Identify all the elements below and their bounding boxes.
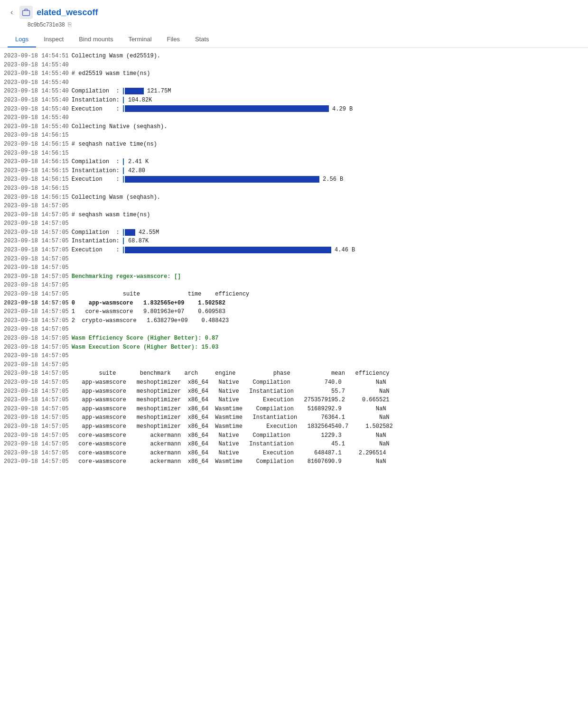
log-line-table-row: 2023-09-18 14:57:05 1 core-wasmscore 9.8… [0, 307, 588, 316]
log-line: 2023-09-18 14:55:40# ed25519 wasm time(n… [0, 69, 588, 78]
log-line-score: 2023-09-18 14:57:05 Wasm Efficiency Scor… [0, 334, 588, 343]
log-line: 2023-09-18 14:57:05 [0, 281, 588, 290]
log-line: 2023-09-18 14:55:40 [0, 78, 588, 87]
log-line-detail-row: 2023-09-18 14:57:05 core-wasmscore acker… [0, 457, 588, 466]
tab-files[interactable]: Files [159, 32, 187, 47]
log-line-detail-row: 2023-09-18 14:57:05 app-wasmscore meshop… [0, 387, 588, 396]
log-line-detail-row: 2023-09-18 14:57:05 core-wasmscore acker… [0, 431, 588, 440]
log-line-table-row: 2023-09-18 14:57:05 0 app-wasmscore 1.83… [0, 299, 588, 308]
tab-terminal[interactable]: Terminal [121, 32, 159, 47]
log-line: 2023-09-18 14:57:05 [0, 351, 588, 361]
log-line: 2023-09-18 14:57:05 [0, 202, 588, 211]
log-line: 2023-09-18 14:56:15 [0, 184, 588, 193]
log-line: 2023-09-18 14:57:05 [0, 263, 588, 272]
copy-icon[interactable]: ⎘ [68, 21, 72, 28]
tab-inspect[interactable]: Inspect [36, 32, 71, 47]
log-line-table-header2: 2023-09-18 14:57:05 suite benchmark arch… [0, 369, 588, 378]
log-line: 2023-09-18 14:57:05 [0, 325, 588, 334]
log-line: 2023-09-18 14:54:51Collecting Wasm (ed25… [0, 52, 588, 61]
tab-stats[interactable]: Stats [187, 32, 217, 47]
log-line-detail-row: 2023-09-18 14:57:05 app-wasmscore meshop… [0, 405, 588, 414]
log-line: 2023-09-18 14:56:15 [0, 131, 588, 140]
container-id-row: 8c9b5c731e38 ⎘ [8, 21, 580, 28]
log-line-benchmark: 2023-09-18 14:57:05 Benchmarking regex-w… [0, 272, 588, 281]
tab-bar: Logs Inspect Bind mounts Terminal Files … [8, 32, 580, 47]
log-line: 2023-09-18 14:57:05 [0, 361, 588, 370]
container-name[interactable]: elated_wescoff [37, 8, 98, 18]
log-line-detail-row: 2023-09-18 14:57:05 core-wasmscore acker… [0, 440, 588, 449]
log-line: 2023-09-18 14:55:40 [0, 61, 588, 70]
log-line: 2023-09-18 14:56:15# seqhash native time… [0, 140, 588, 149]
log-line: 2023-09-18 14:56:15 [0, 149, 588, 158]
log-line-detail-row: 2023-09-18 14:57:05 core-wasmscore acker… [0, 449, 588, 458]
log-line: 2023-09-18 14:55:40 Compilation : 121.75… [0, 87, 588, 96]
svg-rect-0 [23, 10, 30, 16]
page-header: ‹ elated_wescoff 8c9b5c731e38 ⎘ Logs Ins… [0, 0, 588, 48]
log-line-detail-row: 2023-09-18 14:57:05 app-wasmscore meshop… [0, 422, 588, 431]
log-line-detail-row: 2023-09-18 14:57:05 app-wasmscore meshop… [0, 378, 588, 387]
log-line: 2023-09-18 14:55:40 Instantiation: 104.8… [0, 96, 588, 105]
log-area: 2023-09-18 14:54:51Collecting Wasm (ed25… [0, 48, 588, 470]
log-line-table-row: 2023-09-18 14:57:05 2 crypto-wasmscore 1… [0, 316, 588, 325]
tab-bind-mounts[interactable]: Bind mounts [71, 32, 121, 47]
log-line: 2023-09-18 14:57:05 Compilation : 42.55M [0, 228, 588, 237]
log-line: 2023-09-18 14:57:05 [0, 255, 588, 264]
log-line: 2023-09-18 14:56:15 Instantiation: 42.80 [0, 166, 588, 176]
log-line-table-header: 2023-09-18 14:57:05 suite time efficienc… [0, 290, 588, 299]
log-line-detail-row: 2023-09-18 14:57:05 app-wasmscore meshop… [0, 396, 588, 405]
back-button[interactable]: ‹ [8, 7, 16, 18]
log-line: 2023-09-18 14:56:15Collecting Wasm (seqh… [0, 193, 588, 202]
container-icon [19, 6, 33, 19]
log-line: 2023-09-18 14:57:05 [0, 219, 588, 228]
log-line: 2023-09-18 14:56:15 Compilation : 2.41 K [0, 157, 588, 166]
log-line: 2023-09-18 14:57:05 Execution : 4.46 B [0, 246, 588, 255]
log-line: 2023-09-18 14:55:40 Execution : 4.29 B [0, 105, 588, 114]
log-line: 2023-09-18 14:55:40 [0, 113, 588, 122]
log-line: 2023-09-18 14:57:05# seqhash wasm time(n… [0, 211, 588, 220]
log-line-detail-row: 2023-09-18 14:57:05 app-wasmscore meshop… [0, 413, 588, 422]
log-line: 2023-09-18 14:56:15 Execution : 2.56 B [0, 175, 588, 184]
log-line-score: 2023-09-18 14:57:05 Wasm Execution Score… [0, 343, 588, 352]
log-line: 2023-09-18 14:55:40Collecting Native (se… [0, 122, 588, 131]
container-id-text: 8c9b5c731e38 [28, 21, 65, 28]
tab-logs[interactable]: Logs [8, 32, 36, 47]
log-line: 2023-09-18 14:57:05 Instantiation: 68.87… [0, 237, 588, 246]
